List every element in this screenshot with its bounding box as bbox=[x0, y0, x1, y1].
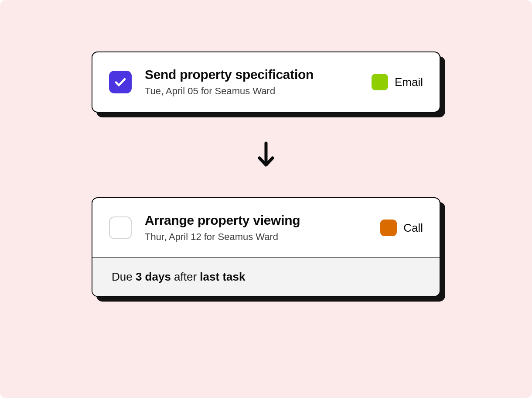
due-anchor: last task bbox=[200, 270, 245, 283]
task-subtitle: Tue, April 05 for Seamus Ward bbox=[145, 86, 358, 97]
task-tag[interactable]: Call bbox=[380, 220, 423, 236]
task-text: Send property specification Tue, April 0… bbox=[145, 67, 358, 97]
due-rule: Due 3 days after last task bbox=[92, 257, 440, 296]
task-card-2: Arrange property viewing Thur, April 12 … bbox=[92, 197, 440, 297]
tag-swatch bbox=[372, 74, 388, 90]
due-middle: after bbox=[171, 270, 200, 283]
task-checkbox[interactable] bbox=[109, 216, 132, 239]
task-title: Arrange property viewing bbox=[145, 213, 367, 228]
task-card-1: Send property specification Tue, April 0… bbox=[92, 51, 440, 113]
task-subtitle: Thur, April 12 for Seamus Ward bbox=[145, 231, 367, 243]
tag-label: Call bbox=[403, 221, 423, 235]
task-text: Arrange property viewing Thur, April 12 … bbox=[145, 213, 367, 243]
task-title: Send property specification bbox=[145, 67, 358, 82]
flow-arrow-wrap bbox=[92, 113, 440, 197]
task-card-body: Arrange property viewing Thur, April 12 … bbox=[92, 198, 440, 257]
task-tag[interactable]: Email bbox=[372, 74, 423, 90]
tag-label: Email bbox=[395, 75, 423, 89]
arrow-down-icon bbox=[256, 141, 276, 168]
due-amount: 3 days bbox=[136, 270, 171, 283]
check-icon bbox=[114, 75, 127, 89]
due-prefix: Due bbox=[112, 270, 136, 283]
tag-swatch bbox=[380, 220, 397, 236]
task-checkbox[interactable] bbox=[109, 71, 132, 93]
canvas: Send property specification Tue, April 0… bbox=[0, 0, 532, 398]
task-card-body: Send property specification Tue, April 0… bbox=[92, 52, 440, 112]
